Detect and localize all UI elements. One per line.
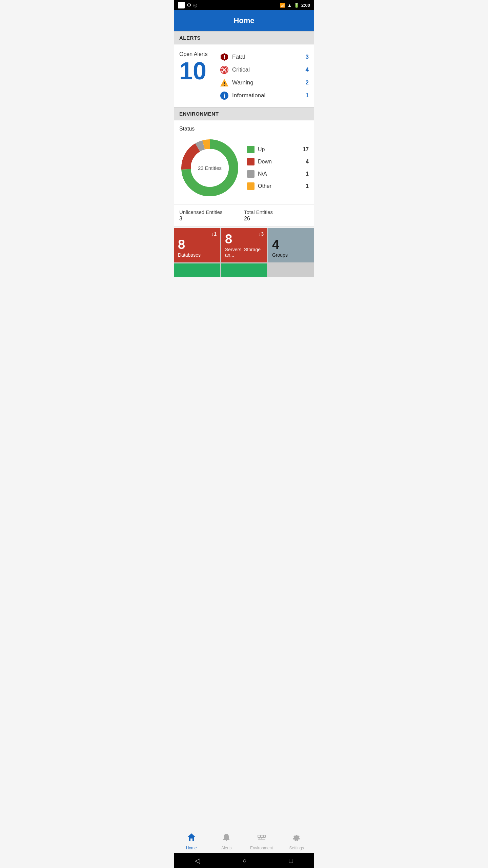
- battery-icon: 🔋: [294, 3, 299, 8]
- informational-count: 1: [302, 92, 309, 99]
- legend-row-down: Down 4: [247, 158, 309, 165]
- tile-servers-badge: ↓3: [259, 231, 264, 237]
- nav-settings-label: Settings: [289, 846, 304, 850]
- tile-groups-count: 4: [272, 238, 310, 251]
- open-alerts-label: Open Alerts: [179, 51, 213, 57]
- environment-icon: [257, 832, 266, 844]
- total-label: Total Entities: [244, 209, 309, 215]
- nav-environment[interactable]: Environment: [244, 829, 279, 853]
- svg-rect-20: [226, 840, 227, 841]
- tile-databases-badge: ↓1: [211, 231, 217, 237]
- legend-label-na: N/A: [258, 171, 297, 177]
- tile-green-1[interactable]: [174, 263, 220, 277]
- svg-rect-23: [263, 835, 265, 837]
- environment-panel: Status 23 Entities Up 17: [174, 120, 314, 204]
- alerts-list: Fatal 3 Critical 4: [220, 51, 309, 100]
- env-status-label: Status: [179, 126, 309, 132]
- legend-count-other: 1: [301, 183, 309, 189]
- legend-label-up: Up: [258, 146, 297, 153]
- alerts-icon: [222, 832, 231, 844]
- legend-label-other: Other: [258, 183, 297, 189]
- app-header: Home: [174, 10, 314, 31]
- svg-rect-21: [258, 835, 260, 837]
- nav-settings[interactable]: Settings: [279, 829, 314, 853]
- legend-color-down: [247, 158, 255, 165]
- legend-list: Up 17 Down 4 N/A 1 Other 1: [247, 146, 309, 190]
- legend-row-na: N/A 1: [247, 170, 309, 178]
- fatal-label: Fatal: [232, 54, 299, 60]
- tile-green-2[interactable]: [221, 263, 267, 277]
- svg-rect-9: [224, 82, 225, 84]
- legend-color-up: [247, 146, 255, 153]
- svg-marker-19: [187, 833, 196, 841]
- status-bar-left: ⚙ ◎: [178, 2, 197, 8]
- fatal-count: 3: [302, 54, 309, 60]
- clock: 2:00: [301, 3, 310, 8]
- svg-rect-2: [224, 58, 225, 59]
- legend-count-down: 4: [301, 159, 309, 165]
- warning-icon: [220, 78, 229, 87]
- system-nav-bar: ◁ ○ □: [174, 853, 314, 868]
- nav-home-label: Home: [186, 846, 197, 850]
- home-button[interactable]: ○: [242, 857, 246, 865]
- entity-stats: Unlicensed Entities 3 Total Entities 26: [174, 204, 314, 227]
- tile-servers[interactable]: ↓3 8 Servers, Storage an...: [221, 228, 267, 262]
- total-stat: Total Entities 26: [244, 209, 309, 222]
- tile-groups-label: Groups: [272, 252, 310, 258]
- warning-count: 2: [302, 79, 309, 86]
- legend-count-na: 1: [301, 171, 309, 177]
- tile-databases-count: 8: [178, 238, 216, 251]
- status-bar-right: 📶 ▲ 🔋 2:00: [280, 3, 310, 8]
- settings-icon: [292, 832, 301, 844]
- svg-rect-22: [261, 835, 263, 837]
- total-value: 26: [244, 216, 309, 222]
- fatal-icon: [220, 53, 229, 61]
- tiles-grid: ↓1 8 Databases ↓3 8 Servers, Storage an.…: [174, 228, 314, 277]
- tile-databases[interactable]: ↓1 8 Databases: [174, 228, 220, 262]
- alert-row-informational[interactable]: Informational 1: [220, 91, 309, 100]
- tile-groups[interactable]: 4 Groups: [268, 228, 314, 262]
- nav-alerts[interactable]: Alerts: [209, 829, 244, 853]
- alerts-panel: Open Alerts 10 Fatal 3: [174, 44, 314, 107]
- legend-color-na: [247, 170, 255, 178]
- svg-rect-10: [224, 85, 225, 86]
- wifi-icon: 📶: [280, 3, 285, 8]
- gear-icon: ⚙: [187, 2, 191, 8]
- bottom-nav: Home Alerts Environment: [174, 829, 314, 853]
- critical-icon: [220, 65, 229, 74]
- nav-environment-label: Environment: [250, 846, 273, 850]
- nav-alerts-label: Alerts: [221, 846, 232, 850]
- environment-section-header: ENVIRONMENT: [174, 107, 314, 120]
- alerts-section-header: ALERTS: [174, 31, 314, 44]
- open-alerts-left: Open Alerts 10: [179, 51, 213, 83]
- donut-center-label: 23 Entities: [198, 165, 222, 171]
- tile-servers-label: Servers, Storage an...: [225, 247, 263, 258]
- circle-icon: ◎: [193, 2, 197, 8]
- tile-databases-label: Databases: [178, 252, 216, 258]
- nav-home[interactable]: Home: [174, 829, 209, 853]
- critical-label: Critical: [232, 66, 299, 73]
- alert-row-critical[interactable]: Critical 4: [220, 65, 309, 74]
- back-button[interactable]: ◁: [195, 856, 200, 865]
- legend-label-down: Down: [258, 159, 297, 165]
- app-icon-white: [178, 2, 185, 8]
- svg-rect-1: [224, 55, 225, 58]
- warning-label: Warning: [232, 79, 299, 86]
- status-bar: ⚙ ◎ 📶 ▲ 🔋 2:00: [174, 0, 314, 10]
- donut-chart: 23 Entities: [179, 137, 240, 198]
- page-title: Home: [233, 16, 254, 25]
- legend-row-up: Up 17: [247, 146, 309, 153]
- info-icon: [220, 91, 229, 100]
- signal-icon: ▲: [287, 3, 292, 8]
- unlicensed-value: 3: [179, 216, 244, 222]
- unlicensed-label: Unlicensed Entities: [179, 209, 244, 215]
- home-icon: [187, 832, 196, 844]
- informational-label: Informational: [232, 92, 299, 99]
- alert-row-warning[interactable]: Warning 2: [220, 78, 309, 87]
- tile-servers-count: 8: [225, 233, 263, 245]
- recents-button[interactable]: □: [289, 857, 293, 865]
- alert-row-fatal[interactable]: Fatal 3: [220, 53, 309, 61]
- critical-count: 4: [302, 66, 309, 73]
- svg-rect-13: [224, 94, 225, 95]
- legend-color-other: [247, 182, 255, 190]
